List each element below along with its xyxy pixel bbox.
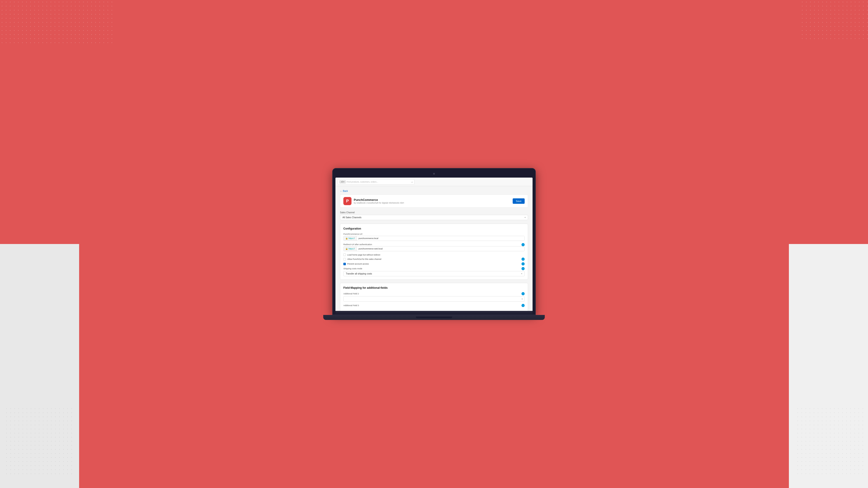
app-info: PunchCommerce by retailkiosk | Gesellsch… (354, 198, 404, 204)
allow-punchout-row: Allow PunchOut for this sales channel i (343, 258, 525, 261)
redirect-url-info-icon[interactable]: i (522, 243, 525, 246)
app-header: P PunchCommerce by retailkiosk | Gesells… (340, 195, 528, 207)
sales-channel-select[interactable]: All Sales Channels ▾ (340, 215, 528, 220)
allow-punchout-checkbox-label[interactable]: Allow PunchOut for this sales channel (343, 258, 381, 260)
sales-channel-chevron-icon: ▾ (525, 217, 526, 219)
additional-field-3-group: Additional Field 3 i (343, 304, 525, 307)
bg-bottom-right (789, 244, 868, 488)
prevent-access-row: ✓ Prevent account access i (343, 262, 525, 265)
app-name: PunchCommerce (354, 198, 404, 201)
redirect-url-input[interactable] (357, 247, 524, 251)
additional-field-2-select[interactable]: ▾ (343, 296, 525, 302)
punchcommerce-url-prefix: 🔒 https:// (344, 236, 357, 240)
load-home-checkbox[interactable] (343, 254, 346, 256)
topbar: All ▾ Find products, customers, orders..… (336, 177, 532, 186)
shipping-costs-label: Shipping costs mode (343, 267, 362, 270)
search-icon: ⌕ (411, 181, 413, 183)
app-author: by retailkiosk | Gesellschaft für digita… (354, 202, 404, 204)
additional-field-2-chevron-icon: ▾ (522, 298, 523, 300)
browser-content: All ▾ Find products, customers, orders..… (336, 177, 532, 311)
sales-channel-label: Sales Channel (340, 211, 528, 214)
additional-field-3-label: Additional Field 3 (343, 304, 359, 306)
configuration-title: Configuration (343, 227, 525, 230)
prevent-access-label-text: Prevent account access (347, 263, 369, 265)
punchcommerce-url-label: PunchCommerce-Url (343, 233, 525, 235)
all-label: All (341, 181, 343, 183)
additional-field-3-info-icon[interactable]: i (522, 304, 525, 307)
back-link[interactable]: ← Back (340, 190, 528, 192)
shipping-costs-select[interactable]: Transfer all shipping costs ▾ (343, 271, 525, 276)
shipping-costs-value: Transfer all shipping costs (346, 272, 372, 275)
punchcommerce-url-input-group: 🔒 https:// (343, 236, 525, 241)
bg-bottom-left (0, 244, 79, 488)
laptop-bottom (323, 315, 545, 320)
bg-dots-top-right (800, 0, 868, 41)
additional-field-2-label: Additional Field 2 (343, 293, 359, 295)
allow-punchout-label-text: Allow PunchOut for this sales channel (347, 258, 381, 260)
shipping-costs-info-icon[interactable]: i (522, 267, 525, 270)
camera (433, 173, 435, 175)
shipping-costs-mode-group: Shipping costs mode i Transfer all shipp… (343, 267, 525, 276)
prevent-access-checkbox[interactable]: ✓ (343, 263, 346, 265)
punchcommerce-url-group: PunchCommerce-Url 🔒 https:// (343, 233, 525, 241)
field-mapping-card: Field-Mapping for additional-fields Addi… (340, 283, 528, 311)
bg-dots-bottom-right (796, 407, 864, 475)
shipping-costs-chevron-icon: ▾ (521, 273, 522, 275)
page-body: ← Back P PunchCommerce by retailkiosk | … (336, 186, 532, 311)
configuration-card: Configuration PunchCommerce-Url 🔒 https:… (340, 224, 528, 280)
load-home-checkbox-label[interactable]: Load home page but without redirect (343, 254, 380, 256)
redirect-url-label: Redirect-Url after authentication (343, 243, 372, 246)
field-mapping-title: Field-Mapping for additional-fields (343, 286, 525, 289)
redirect-url-group: Redirect-Url after authentication i 🔒 ht… (343, 243, 525, 251)
allow-punchout-info-icon[interactable]: i (522, 258, 525, 261)
load-home-row: Load home page but without redirect (343, 254, 525, 256)
redirect-url-input-group: 🔒 https:// (343, 246, 525, 251)
app-logo-area: P PunchCommerce by retailkiosk | Gesells… (343, 197, 404, 205)
additional-field-2-group: Additional Field 2 i ▾ (343, 292, 525, 302)
search-bar[interactable]: All ▾ Find products, customers, orders..… (338, 179, 414, 185)
redirect-url-prefix: 🔒 https:// (344, 247, 357, 251)
app-logo-letter: P (346, 199, 349, 203)
screen-inner: All ▾ Find products, customers, orders..… (336, 177, 532, 311)
app-logo: P (343, 197, 351, 205)
allow-punchout-checkbox[interactable] (343, 258, 346, 260)
prevent-access-checkbox-label[interactable]: ✓ Prevent account access (343, 263, 369, 265)
punchcommerce-url-input[interactable] (357, 236, 524, 240)
laptop: All ▾ Find products, customers, orders..… (332, 168, 536, 320)
laptop-foot-center (416, 317, 452, 318)
redirect-lock-icon: 🔒 (345, 248, 348, 250)
bg-dots-bottom-left (4, 407, 72, 475)
laptop-screen: All ▾ Find products, customers, orders..… (332, 168, 536, 315)
all-badge[interactable]: All ▾ (339, 180, 346, 184)
punchcommerce-url-prefix-text: https:// (348, 237, 355, 239)
redirect-url-prefix-text: https:// (348, 248, 355, 250)
save-button[interactable]: Save (513, 198, 525, 204)
sales-channel-section: Sales Channel All Sales Channels ▾ (340, 211, 528, 220)
sales-channel-value: All Sales Channels (342, 216, 362, 219)
bg-dots-top-left (0, 0, 113, 45)
load-home-label-text: Load home page but without redirect (347, 254, 380, 256)
lock-icon: 🔒 (345, 237, 348, 239)
laptop-base (336, 311, 532, 315)
search-placeholder: Find products, customers, orders... (347, 181, 378, 183)
additional-field-2-info-icon[interactable]: i (522, 292, 525, 295)
all-chevron-icon: ▾ (343, 181, 344, 183)
camera-bar (336, 171, 532, 176)
prevent-access-info-icon[interactable]: i (522, 262, 525, 265)
